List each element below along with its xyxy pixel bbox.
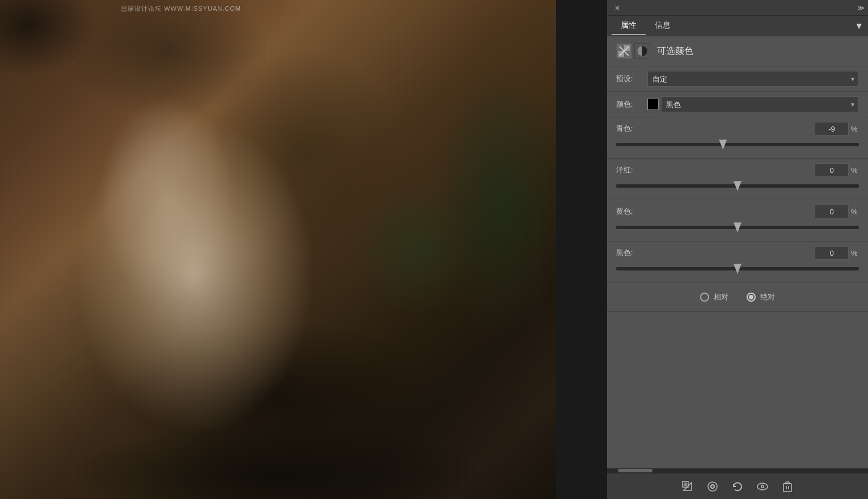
collapse-button[interactable]: ≫ xyxy=(857,4,863,12)
horizontal-scrollbar[interactable] xyxy=(607,468,868,473)
magenta-slider-section: 洋红: 0 % xyxy=(607,159,868,200)
layer-icons xyxy=(616,43,650,59)
color-row: 颜色: 黑色 白色 红色 黄色 绿色 青色 蓝色 洋红 ▼ xyxy=(607,92,868,117)
yellow-unit: % xyxy=(851,208,859,216)
preset-row: 预设: 自定 ▼ xyxy=(607,66,868,92)
black-slider-section: 黑色: 0 % xyxy=(607,242,868,283)
black-slider-header: 黑色: 0 % xyxy=(616,246,859,260)
mask-icon[interactable] xyxy=(616,43,632,59)
panel-body: 可选颜色 预设: 自定 ▼ 颜色: 黑色 白色 红色 黄色 绿色 xyxy=(607,36,868,468)
black-label: 黑色: xyxy=(616,248,815,258)
svg-rect-8 xyxy=(684,483,687,486)
watermark: 思缘设计论坛 WWW.MISSYUAN.COM xyxy=(121,5,241,13)
preset-select-wrapper: 自定 ▼ xyxy=(647,71,859,87)
radio-absolute-circle xyxy=(747,293,756,302)
cyan-unit: % xyxy=(851,125,859,133)
yellow-slider-track xyxy=(616,226,859,229)
cyan-value[interactable]: -9 xyxy=(815,122,849,136)
svg-point-14 xyxy=(762,485,764,487)
cyan-slider-header: 青色: -9 % xyxy=(616,122,859,136)
black-slider-thumb[interactable] xyxy=(734,264,741,274)
close-button[interactable]: × xyxy=(612,2,623,14)
panel-topbar: × ≫ xyxy=(607,0,868,16)
color-select-wrapper: 黑色 白色 红色 黄色 绿色 青色 蓝色 洋红 ▼ xyxy=(661,96,859,112)
yellow-slider-header: 黄色: 0 % xyxy=(616,205,859,218)
delete-button[interactable] xyxy=(778,477,797,496)
radio-relative-label: 相对 xyxy=(714,292,728,302)
tabs-row: 属性 信息 ▼ xyxy=(607,16,868,36)
yellow-slider-thumb[interactable] xyxy=(734,222,741,232)
magenta-label: 洋红: xyxy=(616,165,815,175)
yellow-slider-section: 黄色: 0 % xyxy=(607,200,868,242)
yellow-value[interactable]: 0 xyxy=(815,205,849,218)
radio-absolute[interactable]: 绝对 xyxy=(747,292,775,302)
black-slider-track xyxy=(616,267,859,270)
spacer xyxy=(607,312,868,468)
preview-button[interactable] xyxy=(753,477,772,496)
svg-rect-15 xyxy=(783,484,791,492)
tab-info[interactable]: 信息 xyxy=(646,17,680,35)
preset-label: 预设: xyxy=(616,74,647,84)
radio-section: 相对 绝对 xyxy=(607,283,868,312)
magenta-slider-header: 洋红: 0 % xyxy=(616,163,859,177)
bottom-toolbar xyxy=(607,473,868,499)
photo-background: 思缘设计论坛 WWW.MISSYUAN.COM xyxy=(0,0,556,499)
magenta-value[interactable]: 0 xyxy=(815,163,849,177)
adjustment-type-label: 可选颜色 xyxy=(657,45,693,57)
black-slider-track-wrap[interactable] xyxy=(616,263,859,274)
yellow-slider-track-wrap[interactable] xyxy=(616,222,859,233)
black-unit: % xyxy=(851,249,859,257)
adjustment-icon[interactable] xyxy=(634,43,650,59)
color-label: 颜色: xyxy=(616,99,647,109)
color-select[interactable]: 黑色 白色 红色 黄色 绿色 青色 蓝色 洋红 xyxy=(661,96,859,112)
magenta-slider-track-wrap[interactable] xyxy=(616,180,859,192)
panel-menu-button[interactable]: ▼ xyxy=(854,21,863,31)
adjustment-header: 可选颜色 xyxy=(607,36,868,66)
magenta-slider-track xyxy=(616,184,859,188)
radio-relative[interactable]: 相对 xyxy=(700,292,728,302)
properties-panel: × ≫ 属性 信息 ▼ xyxy=(607,0,868,499)
scrollbar-thumb-h[interactable] xyxy=(618,469,652,472)
yellow-label: 黄色: xyxy=(616,206,815,217)
radio-relative-circle xyxy=(700,293,709,302)
cyan-slider-section: 青色: -9 % xyxy=(607,117,868,159)
radio-absolute-label: 绝对 xyxy=(760,292,775,302)
visibility-button[interactable] xyxy=(703,477,722,496)
clip-mask-button[interactable] xyxy=(679,477,697,496)
cyan-slider-track-wrap[interactable] xyxy=(616,139,859,150)
reset-button[interactable] xyxy=(728,477,747,496)
cyan-label: 青色: xyxy=(616,124,815,134)
magenta-slider-thumb[interactable] xyxy=(734,181,741,191)
color-swatch-black[interactable] xyxy=(647,99,659,110)
cyan-slider-thumb[interactable] xyxy=(719,139,727,150)
black-value[interactable]: 0 xyxy=(815,246,849,260)
svg-point-11 xyxy=(711,485,714,488)
preset-select[interactable]: 自定 xyxy=(647,71,859,87)
tab-properties[interactable]: 属性 xyxy=(612,17,646,35)
cyan-slider-track xyxy=(616,143,859,146)
magenta-unit: % xyxy=(851,166,859,175)
